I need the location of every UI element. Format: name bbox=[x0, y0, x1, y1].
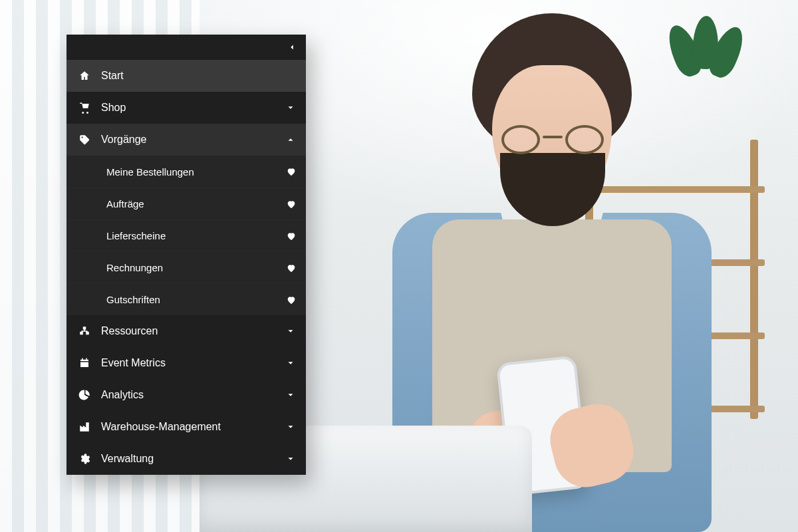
chevron-left-icon bbox=[287, 43, 297, 52]
sidebar-item-verwaltung[interactable]: Verwaltung bbox=[66, 443, 306, 475]
sidebar-item-label: Analytics bbox=[101, 390, 275, 400]
chevron-down-icon bbox=[285, 358, 297, 368]
heart-icon[interactable] bbox=[286, 199, 297, 209]
sidebar-item-label: Event Metrics bbox=[101, 358, 275, 368]
sidebar-item-label: Shop bbox=[101, 102, 275, 113]
sidebar-item-label: Start bbox=[101, 70, 275, 81]
sidebar-collapse-button[interactable] bbox=[66, 35, 306, 60]
sidebar-nav: Start Shop Vorgänge Meine Bestellungen A… bbox=[66, 35, 306, 475]
calendar-icon bbox=[77, 357, 92, 369]
sidebar-item-label: Verwaltung bbox=[101, 454, 275, 464]
sidebar-item-ressourcen[interactable]: Ressourcen bbox=[66, 315, 306, 347]
sidebar-item-event-metrics[interactable]: Event Metrics bbox=[66, 347, 306, 379]
sidebar-item-warehouse-management[interactable]: Warehouse-Management bbox=[66, 411, 306, 443]
heart-icon[interactable] bbox=[286, 166, 297, 177]
industry-icon bbox=[77, 421, 92, 433]
sidebar-subitem-label: Gutschriften bbox=[106, 294, 278, 305]
sidebar-subitem-gutschriften[interactable]: Gutschriften bbox=[66, 283, 306, 315]
sidebar-item-analytics[interactable]: Analytics bbox=[66, 379, 306, 411]
sidebar-item-start[interactable]: Start bbox=[66, 60, 306, 92]
sidebar-item-label: Vorgänge bbox=[101, 134, 275, 145]
boxes-icon bbox=[77, 325, 92, 337]
cart-icon bbox=[77, 102, 92, 114]
home-icon bbox=[77, 70, 92, 82]
sidebar-subitem-label: Lieferscheine bbox=[106, 230, 278, 241]
sidebar-item-label: Warehouse-Management bbox=[101, 422, 275, 432]
heart-icon[interactable] bbox=[286, 263, 297, 273]
sidebar-subitem-auftraege[interactable]: Aufträge bbox=[66, 188, 306, 219]
chevron-down-icon bbox=[285, 327, 297, 336]
chevron-down-icon bbox=[285, 454, 297, 464]
pie-icon bbox=[77, 389, 92, 401]
sidebar-subitem-label: Meine Bestellungen bbox=[106, 166, 278, 178]
chevron-down-icon bbox=[285, 422, 297, 432]
gear-icon bbox=[77, 453, 92, 465]
chevron-up-icon bbox=[285, 135, 297, 144]
heart-icon[interactable] bbox=[286, 231, 297, 241]
sidebar-submenu-vorgaenge: Meine Bestellungen Aufträge Lieferschein… bbox=[66, 156, 306, 315]
sidebar-subitem-rechnungen[interactable]: Rechnungen bbox=[66, 251, 306, 283]
chevron-down-icon bbox=[285, 390, 297, 400]
sidebar-item-label: Ressourcen bbox=[101, 326, 275, 336]
chevron-down-icon bbox=[285, 103, 297, 112]
sidebar-item-vorgaenge[interactable]: Vorgänge bbox=[66, 124, 306, 156]
tag-icon bbox=[77, 134, 92, 146]
sidebar-subitem-lieferscheine[interactable]: Lieferscheine bbox=[66, 219, 306, 251]
sidebar-subitem-label: Aufträge bbox=[106, 198, 278, 209]
heart-icon[interactable] bbox=[286, 295, 297, 305]
sidebar-item-shop[interactable]: Shop bbox=[66, 92, 306, 124]
sidebar-subitem-label: Rechnungen bbox=[106, 262, 278, 273]
sidebar-subitem-meine-bestellungen[interactable]: Meine Bestellungen bbox=[66, 156, 306, 188]
